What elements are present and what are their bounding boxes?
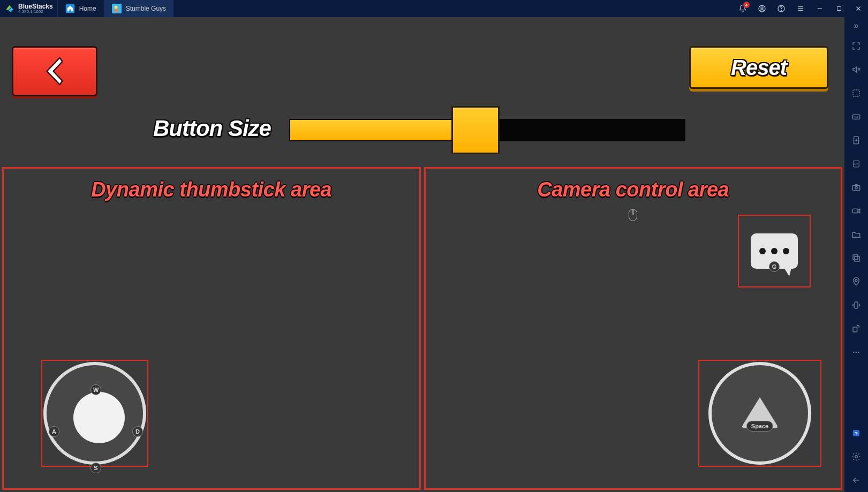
rotate-button[interactable]: [844, 317, 868, 340]
svg-rect-28: [852, 209, 858, 213]
svg-rect-12: [837, 7, 841, 11]
svg-text:?: ?: [855, 430, 858, 436]
folder-button[interactable]: [844, 223, 868, 246]
jump-triangle-icon: [733, 387, 787, 440]
notification-button[interactable]: 4: [733, 0, 752, 17]
fullscreen-button[interactable]: [844, 34, 868, 58]
reset-button[interactable]: Reset: [689, 46, 828, 89]
bluestacks-logo-area: BlueStacks 4.280.1.1002: [0, 0, 57, 17]
svg-rect-32: [855, 302, 858, 308]
thumbstick-control[interactable]: W A D S: [41, 360, 148, 467]
install-apk-button[interactable]: [844, 128, 868, 152]
svg-rect-26: [852, 185, 860, 191]
svg-point-34: [853, 352, 855, 353]
svg-rect-33: [853, 327, 857, 332]
key-right-label[interactable]: D: [132, 426, 143, 437]
apk-button[interactable]: APK: [844, 152, 868, 176]
mouse-icon: [629, 209, 637, 221]
app-version: 4.280.1.1002: [18, 10, 53, 14]
titlebar: BlueStacks 4.280.1.1002 Home Stumble Guy…: [0, 0, 868, 17]
stumble-guys-icon: [112, 4, 122, 13]
svg-rect-17: [853, 90, 859, 96]
collapse-sidebar-button[interactable]: »: [844, 17, 868, 34]
camera-area-panel[interactable]: Camera control area G Space: [424, 167, 843, 490]
button-size-label: Button Size: [153, 116, 271, 141]
svg-point-7: [781, 10, 781, 11]
location-button[interactable]: [844, 270, 868, 293]
minimize-button[interactable]: [810, 0, 829, 17]
slider-thumb[interactable]: [451, 106, 500, 154]
shake-button[interactable]: [844, 293, 868, 317]
reset-label: Reset: [731, 56, 787, 80]
settings-button[interactable]: [844, 445, 868, 468]
game-screen: Reset Button Size Dynamic thumbstick are…: [0, 17, 844, 492]
record-button[interactable]: [844, 199, 868, 223]
maximize-button[interactable]: [829, 0, 849, 17]
bluestacks-logo-icon: [4, 3, 15, 14]
menu-button[interactable]: [791, 0, 810, 17]
svg-point-35: [856, 352, 857, 353]
key-down-label[interactable]: S: [90, 463, 101, 473]
thumbstick-area-panel[interactable]: Dynamic thumbstick area W A D S: [2, 167, 421, 490]
key-jump-label[interactable]: Space: [746, 421, 773, 432]
tab-home[interactable]: Home: [57, 0, 104, 17]
back-nav-button[interactable]: [844, 468, 868, 492]
thumbstick-knob[interactable]: [73, 392, 125, 443]
svg-rect-29: [853, 255, 858, 260]
svg-text:APK: APK: [854, 163, 858, 165]
svg-point-2: [114, 6, 117, 9]
more-button[interactable]: [844, 340, 868, 364]
keyboard-button[interactable]: [844, 105, 868, 128]
button-size-slider[interactable]: [289, 119, 685, 141]
tab-stumble-guys[interactable]: Stumble Guys: [104, 0, 173, 17]
slider-fill: [289, 119, 464, 141]
screenshot-button[interactable]: [844, 176, 868, 199]
keymap-button[interactable]: [844, 81, 868, 105]
tab-label: Stumble Guys: [126, 5, 166, 12]
svg-point-36: [858, 352, 859, 353]
volume-button[interactable]: [844, 58, 868, 81]
help-button[interactable]: [772, 0, 791, 17]
home-icon: [65, 4, 75, 13]
jump-button-ring: Space: [708, 362, 811, 465]
jump-control[interactable]: Space: [698, 360, 821, 467]
back-chevron-icon: [41, 55, 68, 87]
svg-point-39: [855, 456, 858, 458]
tab-label: Home: [79, 5, 96, 12]
sidebar-toolbar: » APK ?: [844, 17, 868, 492]
thumbstick-outer-ring: [43, 362, 146, 465]
notification-badge: 4: [743, 2, 750, 8]
account-button[interactable]: [752, 0, 772, 17]
svg-rect-18: [852, 115, 860, 119]
chat-bubble-icon: G: [751, 233, 798, 269]
svg-rect-30: [855, 256, 859, 261]
chat-control[interactable]: G: [738, 215, 811, 287]
svg-point-31: [855, 279, 857, 282]
svg-rect-3: [115, 9, 118, 12]
svg-point-5: [761, 7, 763, 9]
multi-instance-button[interactable]: [844, 246, 868, 270]
thumbstick-area-title: Dynamic thumbstick area: [4, 178, 419, 201]
back-button[interactable]: [12, 46, 97, 96]
sidebar-help-button[interactable]: ?: [844, 421, 868, 445]
close-button[interactable]: [849, 0, 868, 17]
key-chat-label[interactable]: G: [769, 261, 780, 272]
svg-point-27: [855, 187, 858, 190]
camera-area-title: Camera control area: [426, 178, 841, 201]
key-left-label[interactable]: A: [49, 426, 59, 437]
